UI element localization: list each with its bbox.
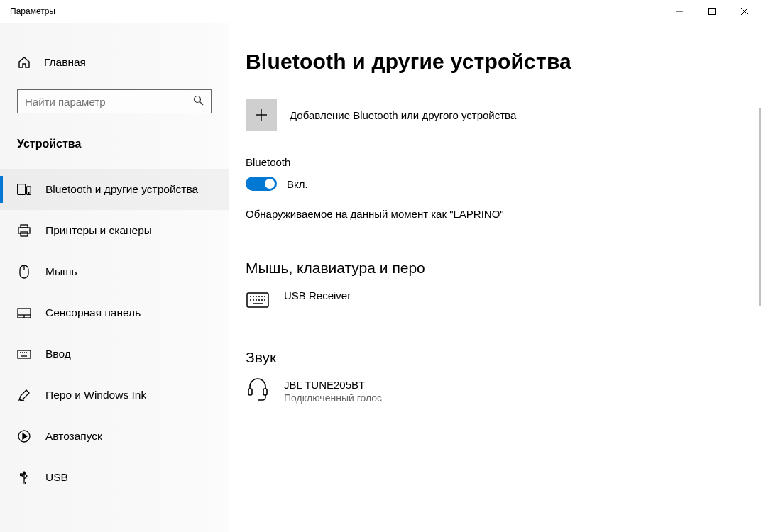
nav-item-label: Перо и Windows Ink: [45, 389, 146, 401]
keyboard-device-icon: [246, 289, 270, 311]
window-title: Параметры: [10, 6, 55, 16]
nav-item-printers[interactable]: Принтеры и сканеры: [0, 210, 229, 251]
svg-rect-11: [21, 232, 28, 236]
maximize-icon: [708, 8, 716, 15]
svg-rect-1: [709, 9, 716, 15]
minimize-icon: [676, 8, 683, 15]
nav-item-typing[interactable]: Ввод: [0, 333, 229, 375]
window-controls: [663, 0, 761, 23]
plus-icon: [254, 108, 268, 122]
svg-rect-17: [18, 350, 31, 358]
close-button[interactable]: [728, 0, 761, 23]
nav-item-bluetooth[interactable]: Bluetooth и другие устройства: [0, 169, 229, 210]
svg-rect-44: [248, 389, 252, 395]
device-name: USB Receiver: [284, 289, 351, 301]
nav-item-label: Ввод: [45, 348, 71, 360]
keyboard-icon: [17, 347, 31, 361]
nav-item-autoplay[interactable]: Автозапуск: [0, 416, 229, 457]
mouse-icon: [17, 265, 31, 279]
touchpad-icon: [17, 306, 31, 320]
nav-item-touchpad[interactable]: Сенсорная панель: [0, 292, 229, 333]
home-nav-item[interactable]: Главная: [0, 50, 229, 77]
nav-item-label: USB: [45, 471, 68, 484]
svg-point-25: [23, 482, 26, 484]
search-box[interactable]: [17, 89, 212, 113]
sidebar: Главная Устройства Bluetooth и другие ус…: [0, 23, 229, 532]
section-sound: Звук: [246, 349, 735, 366]
headset-icon: [246, 379, 270, 400]
section-title: Устройства: [0, 113, 229, 159]
printer-icon: [17, 223, 31, 238]
device-status: Подключенный голос: [284, 392, 382, 404]
nav-list: Bluetooth и другие устройства Принтеры и…: [0, 159, 229, 498]
svg-rect-6: [18, 184, 26, 195]
nav-item-mouse[interactable]: Мышь: [0, 251, 229, 292]
usb-icon: [17, 470, 31, 484]
nav-item-label: Bluetooth и другие устройства: [45, 183, 198, 196]
nav-item-pen[interactable]: Перо и Windows Ink: [0, 375, 229, 416]
svg-point-8: [28, 192, 29, 193]
device-row-headset[interactable]: JBL TUNE205BT Подключенный голос: [246, 379, 735, 404]
main-content: Bluetooth и другие устройства Добавление…: [229, 23, 761, 532]
svg-point-4: [195, 96, 201, 103]
search-input[interactable]: [25, 96, 193, 108]
autoplay-icon: [17, 429, 31, 443]
minimize-button[interactable]: [663, 0, 696, 23]
close-icon: [741, 8, 748, 15]
search-icon: [193, 95, 204, 108]
svg-rect-45: [263, 389, 267, 395]
titlebar: Параметры: [0, 0, 761, 23]
add-device-label: Добавление Bluetooth или другого устройс…: [290, 109, 516, 121]
add-device-button[interactable]: [246, 99, 277, 131]
svg-rect-26: [21, 474, 23, 476]
device-row-usb-receiver[interactable]: USB Receiver: [246, 289, 735, 311]
device-name: JBL TUNE205BT: [284, 379, 382, 391]
section-mouse-keyboard: Мышь, клавиатура и перо: [246, 260, 735, 277]
nav-item-label: Сенсорная панель: [45, 306, 141, 319]
home-label: Главная: [44, 56, 86, 69]
maximize-button[interactable]: [696, 0, 728, 23]
nav-item-label: Автозапуск: [45, 430, 102, 443]
nav-item-label: Принтеры и сканеры: [45, 224, 152, 237]
bluetooth-toggle[interactable]: [246, 177, 277, 191]
home-icon: [17, 55, 31, 70]
svg-point-27: [26, 475, 28, 477]
add-device-row[interactable]: Добавление Bluetooth или другого устройс…: [246, 99, 735, 131]
bluetooth-group-label: Bluetooth: [246, 156, 735, 168]
pen-icon: [17, 388, 31, 402]
devices-icon: [17, 182, 31, 196]
discoverable-text: Обнаруживаемое на данный момент как "LAP…: [246, 208, 735, 220]
page-title: Bluetooth и другие устройства: [246, 50, 735, 74]
nav-item-label: Мышь: [45, 265, 77, 278]
svg-line-5: [200, 102, 204, 106]
nav-item-usb[interactable]: USB: [0, 457, 229, 498]
bluetooth-toggle-row: Вкл.: [246, 177, 735, 191]
toggle-state-label: Вкл.: [287, 178, 308, 190]
